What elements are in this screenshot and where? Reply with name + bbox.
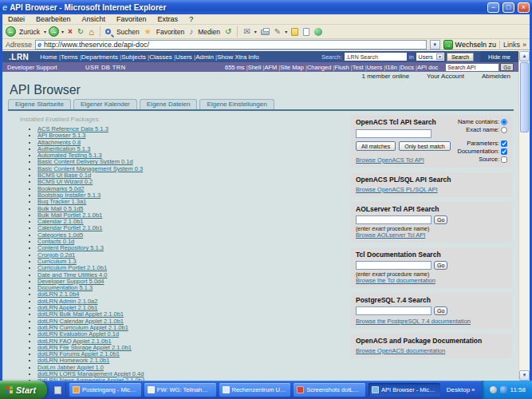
nav-link[interactable]: Home [40, 53, 57, 61]
browse-openacs-plsql-api-link[interactable]: Browse OpenACS PL/SQL API [356, 186, 438, 193]
developer-link[interactable]: Site Map [280, 64, 304, 71]
exact-name-option[interactable]: Exact name: [466, 126, 507, 133]
tcl-doc-search-input[interactable] [356, 261, 432, 270]
forward-dropdown-icon[interactable]: ▾ [61, 29, 65, 34]
tray-messenger-icon[interactable] [500, 386, 507, 393]
documentation-checkbox[interactable] [501, 148, 507, 155]
quick-launch-icon[interactable] [54, 386, 61, 394]
go-button[interactable]: → Wechseln zu [443, 40, 496, 49]
developer-link[interactable]: Shell [248, 64, 262, 71]
portal-tab[interactable]: Eigene Dateien [140, 99, 198, 109]
desktop-toolbar[interactable]: Desktop » [443, 386, 479, 393]
tcl-api-search-input[interactable] [356, 129, 432, 138]
scrollbar-thumb[interactable] [520, 62, 529, 132]
edit-dropdown-icon[interactable]: ▾ [284, 29, 288, 34]
menu-item[interactable]: Datei [2, 15, 30, 23]
nav-link[interactable]: Terms [61, 53, 78, 61]
api-search-input[interactable] [446, 64, 499, 71]
browse-aolserver-tcl-api-link[interactable]: Browse AOLserver Tcl API [356, 231, 425, 239]
nav-link[interactable]: Users [175, 53, 192, 61]
mail-icon[interactable]: ✉ [242, 27, 251, 37]
source-checkbox[interactable] [501, 156, 507, 163]
parameters-checkbox[interactable] [501, 140, 507, 147]
maximize-button[interactable]: □ [502, 2, 514, 13]
taskbar-task-button[interactable]: Screenshots dotLRN... [294, 383, 365, 397]
developer-link[interactable]: Flush [334, 64, 349, 71]
browse-postgresql-documentation-link[interactable]: Browse the PostgreSQL 7.4 documentation [356, 318, 471, 325]
developer-link[interactable]: AFM [264, 64, 277, 71]
site-search-button[interactable]: Search [447, 53, 474, 61]
search-button[interactable]: Suchen [115, 28, 141, 36]
menu-item[interactable]: Bearbeiten [30, 15, 77, 23]
back-dropdown-icon[interactable]: ▾ [43, 29, 47, 34]
menu-item[interactable]: Extras [152, 15, 184, 23]
exact-name-radio[interactable] [501, 127, 507, 133]
nav-link[interactable]: Departments [81, 53, 118, 61]
aolserver-go-button[interactable]: Go [434, 215, 447, 224]
site-search-input[interactable] [345, 53, 407, 61]
hide-me-link[interactable]: Hide me [480, 51, 518, 62]
taskbar-task-button[interactable]: FW: WG: Teilnahme v... [144, 383, 216, 397]
home-icon[interactable]: ⌂ [87, 27, 96, 37]
menu-item[interactable]: Favoriten [111, 15, 152, 23]
vertical-scrollbar[interactable]: ▲ ▼ [518, 51, 530, 381]
only-best-match-button[interactable]: Only best match [399, 141, 451, 151]
developer-link[interactable]: Changed [307, 64, 331, 71]
developer-link[interactable]: Test [353, 64, 364, 71]
media-icon[interactable]: ♪ [187, 27, 195, 37]
address-input[interactable] [44, 41, 424, 49]
lrn-logo[interactable]: .LRN [2, 53, 40, 61]
start-button[interactable]: Start [0, 381, 47, 399]
media-button[interactable]: Medien [196, 28, 222, 36]
scroll-up-icon[interactable]: ▲ [519, 51, 530, 61]
messenger-icon[interactable] [314, 28, 322, 36]
taskbar-task-button[interactable]: API Browser - Micros... [368, 383, 440, 397]
parameters-option[interactable]: Parameters: [467, 140, 507, 147]
developer-link[interactable]: I18n [385, 64, 397, 71]
taskbar-task-button[interactable]: Posteingang - Micros... [69, 383, 141, 397]
browse-openacs-documentation-link[interactable]: Browse OpenACS documentation [356, 347, 445, 354]
desktop-chevron-icon[interactable]: » [471, 386, 475, 393]
nav-link[interactable]: Show Xtra Info [217, 53, 258, 61]
tray-volume-icon[interactable] [490, 386, 497, 393]
favorites-button[interactable]: Favoriten [155, 28, 186, 36]
links-toolbar[interactable]: Links » [499, 41, 526, 49]
source-option[interactable]: Source: [479, 156, 507, 163]
browse-tcl-documentation-link[interactable]: Browse the Tcl documentation [356, 277, 435, 284]
taskbar-task-button[interactable]: Rechenzentrum Uni K... [219, 383, 291, 397]
documentation-option[interactable]: Documentation: [457, 148, 507, 155]
postgresql-go-button[interactable]: Go [434, 306, 447, 315]
close-button[interactable]: × [518, 2, 530, 13]
all-matches-button[interactable]: All matches [356, 141, 396, 151]
menu-item[interactable]: Ansicht [77, 15, 112, 23]
portal-tab[interactable]: Eigene Startseite [8, 99, 71, 109]
logout-link[interactable]: Abmelden [482, 73, 510, 80]
developer-link[interactable]: API doc [417, 64, 438, 71]
quick-launch[interactable] [50, 382, 66, 397]
scrollbar-track[interactable] [519, 133, 530, 370]
print-icon[interactable] [261, 30, 270, 35]
stop-icon[interactable]: × [66, 27, 74, 37]
tcl-doc-go-button[interactable]: Go [434, 261, 447, 270]
refresh-icon[interactable]: ↻ [76, 27, 85, 37]
document-icon[interactable] [303, 28, 309, 36]
address-dropdown-icon[interactable]: ▼ [430, 40, 440, 49]
forward-icon[interactable]: → [49, 26, 59, 37]
name-contains-option[interactable]: Name contains: [458, 118, 507, 125]
search-icon[interactable] [105, 29, 111, 34]
developer-context[interactable]: Developer Support [7, 64, 85, 71]
menu-item[interactable]: ? [183, 15, 199, 23]
site-search-scope-select[interactable]: Users ▼ [416, 53, 444, 61]
developer-link[interactable]: Docs [400, 64, 414, 71]
favorites-icon[interactable]: ★ [143, 27, 153, 37]
postgresql-search-input[interactable] [356, 306, 432, 315]
nav-link[interactable]: Classes [149, 53, 171, 61]
nav-link[interactable]: Admin [195, 53, 214, 61]
back-button[interactable]: Zurück [18, 28, 41, 36]
edit-icon[interactable]: ✎ [273, 27, 282, 37]
portal-tab[interactable]: Eigene Einstellungen [199, 99, 274, 109]
developer-link[interactable]: Users [367, 64, 383, 71]
your-account-link[interactable]: Your Account [427, 73, 464, 80]
browse-openacs-tcl-api-link[interactable]: Browse OpenACS Tcl API [356, 156, 424, 164]
history-icon[interactable]: ↺ [223, 27, 233, 37]
